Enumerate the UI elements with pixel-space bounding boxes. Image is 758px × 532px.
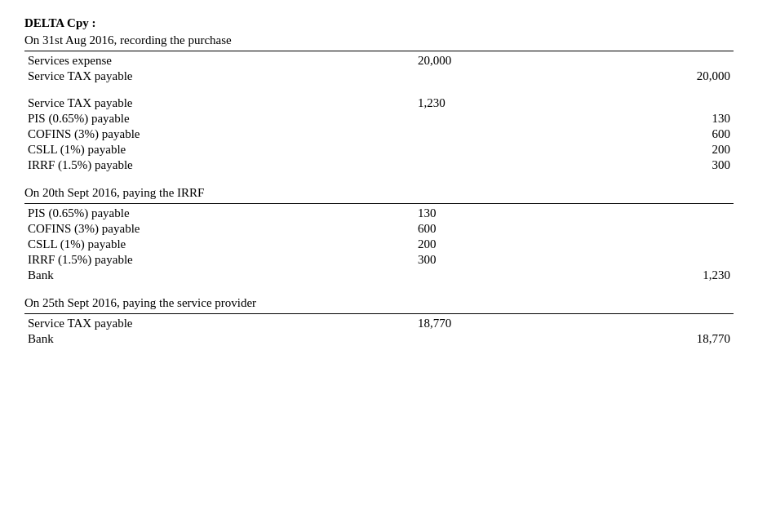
main-container: DELTA Cpy : On 31st Aug 2016, recording … xyxy=(24,16,734,347)
section1-header: On 31st Aug 2016, recording the purchase xyxy=(24,32,734,47)
credit-cell: 18,770 xyxy=(570,331,734,347)
table-row: Services expense20,000 xyxy=(24,53,734,69)
debit-cell: 200 xyxy=(414,237,570,252)
account-cell: IRRF (1.5%) payable xyxy=(24,157,414,173)
debit-cell: 18,770 xyxy=(414,316,570,331)
table-row: Bank18,770 xyxy=(24,331,734,347)
table-row: Service TAX payable18,770 xyxy=(24,316,734,331)
debit-cell xyxy=(414,126,570,142)
account-cell: Bank xyxy=(24,331,414,347)
debit-cell xyxy=(414,111,570,126)
account-cell: COFINS (3%) payable xyxy=(24,221,414,237)
debit-cell: 20,000 xyxy=(414,53,570,69)
entry-table-2: PIS (0.65%) payable130COFINS (3%) payabl… xyxy=(24,206,734,283)
credit-cell xyxy=(570,206,734,221)
credit-cell: 600 xyxy=(570,126,734,142)
credit-cell xyxy=(570,95,734,111)
credit-cell xyxy=(570,237,734,252)
credit-cell xyxy=(570,53,734,69)
entry-table-1b: Service TAX payable1,230PIS (0.65%) paya… xyxy=(24,95,734,173)
debit-cell xyxy=(414,142,570,157)
debit-cell: 1,230 xyxy=(414,95,570,111)
table-row: CSLL (1%) payable200 xyxy=(24,142,734,157)
table-row: Bank1,230 xyxy=(24,268,734,283)
debit-cell: 600 xyxy=(414,221,570,237)
table-row: COFINS (3%) payable600 xyxy=(24,221,734,237)
debit-cell xyxy=(414,157,570,173)
account-cell: PIS (0.65%) payable xyxy=(24,206,414,221)
table-row: IRRF (1.5%) payable300 xyxy=(24,157,734,173)
account-cell: IRRF (1.5%) payable xyxy=(24,252,414,268)
debit-cell: 130 xyxy=(414,206,570,221)
account-cell: Service TAX payable xyxy=(24,69,414,84)
section2-header: On 20th Sept 2016, paying the IRRF xyxy=(24,184,734,200)
credit-cell xyxy=(570,316,734,331)
section3-header: On 25th Sept 2016, paying the service pr… xyxy=(24,295,734,310)
credit-cell xyxy=(570,221,734,237)
debit-cell: 300 xyxy=(414,252,570,268)
credit-cell: 20,000 xyxy=(570,69,734,84)
credit-cell: 200 xyxy=(570,142,734,157)
debit-cell xyxy=(414,69,570,84)
company-title: DELTA Cpy : xyxy=(24,16,734,30)
account-cell: CSLL (1%) payable xyxy=(24,237,414,252)
credit-cell: 1,230 xyxy=(570,268,734,283)
account-cell: COFINS (3%) payable xyxy=(24,126,414,142)
table-row: Service TAX payable1,230 xyxy=(24,95,734,111)
credit-cell: 300 xyxy=(570,157,734,173)
table-row: IRRF (1.5%) payable300 xyxy=(24,252,734,268)
account-cell: Service TAX payable xyxy=(24,95,414,111)
divider-2 xyxy=(24,203,734,204)
account-cell: Services expense xyxy=(24,53,414,69)
account-cell: CSLL (1%) payable xyxy=(24,142,414,157)
account-cell: Service TAX payable xyxy=(24,316,414,331)
account-cell: PIS (0.65%) payable xyxy=(24,111,414,126)
debit-cell xyxy=(414,331,570,347)
table-row: PIS (0.65%) payable130 xyxy=(24,111,734,126)
credit-cell: 130 xyxy=(570,111,734,126)
account-cell: Bank xyxy=(24,268,414,283)
divider-3 xyxy=(24,313,734,314)
entry-table-1: Services expense20,000Service TAX payabl… xyxy=(24,53,734,84)
table-row: COFINS (3%) payable600 xyxy=(24,126,734,142)
entry-table-3: Service TAX payable18,770Bank18,770 xyxy=(24,316,734,347)
table-row: CSLL (1%) payable200 xyxy=(24,237,734,252)
table-row: Service TAX payable20,000 xyxy=(24,69,734,84)
debit-cell xyxy=(414,268,570,283)
divider-1 xyxy=(24,51,734,51)
credit-cell xyxy=(570,252,734,268)
table-row: PIS (0.65%) payable130 xyxy=(24,206,734,221)
